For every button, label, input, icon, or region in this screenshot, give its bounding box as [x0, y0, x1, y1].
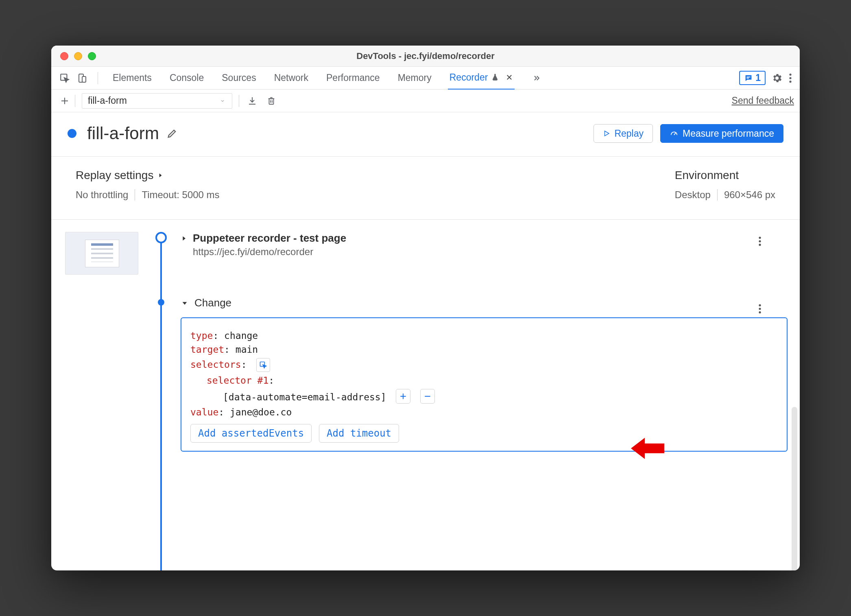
detail-target-val[interactable]: main [236, 344, 258, 355]
svg-point-11 [759, 244, 761, 246]
flask-icon [491, 73, 499, 82]
replay-button[interactable]: Replay [594, 124, 653, 143]
recorder-toolbar: fill-a-form Send feedback [51, 90, 800, 112]
step-url: https://jec.fyi/demo/recorder [193, 246, 788, 258]
more-menu-icon[interactable] [788, 73, 792, 83]
edit-title-button[interactable] [166, 128, 178, 139]
recording-dot-icon [68, 129, 76, 138]
env-device: Desktop [675, 189, 711, 201]
messages-count: 1 [755, 72, 761, 83]
remove-selector-button[interactable] [420, 389, 435, 404]
chevron-down-icon [219, 98, 226, 103]
export-icon[interactable] [242, 96, 263, 106]
detail-value-key: value [190, 407, 218, 417]
divider [239, 95, 239, 107]
svg-point-10 [759, 240, 761, 242]
page-thumbnail[interactable] [65, 232, 138, 275]
tab-recorder-label: Recorder [450, 72, 488, 83]
environment-label: Environment [675, 169, 739, 182]
pick-selector-button[interactable] [256, 358, 270, 372]
titlebar: DevTools - jec.fyi/demo/recorder [51, 46, 800, 67]
tab-network[interactable]: Network [273, 67, 310, 89]
replay-label: Replay [614, 128, 644, 139]
svg-rect-2 [82, 76, 86, 82]
recording-header: fill-a-form Replay Measure performance [51, 112, 800, 157]
new-recording-button[interactable] [57, 93, 72, 109]
env-viewport: 960×546 px [724, 189, 775, 201]
detail-selector-label: selector #1 [207, 375, 268, 386]
step-marker-dot-icon [158, 299, 164, 306]
timeout-value: Timeout: 5000 ms [142, 189, 219, 201]
timeline-rail [153, 232, 169, 570]
tab-elements[interactable]: Elements [111, 67, 153, 89]
detail-type-key: type [190, 330, 213, 341]
delete-icon[interactable] [263, 96, 280, 106]
divider [717, 189, 718, 201]
svg-point-7 [789, 81, 791, 83]
divider [98, 72, 98, 84]
step-marker-ring-icon [155, 232, 167, 243]
svg-point-5 [789, 73, 791, 75]
play-icon [603, 130, 610, 137]
chat-icon [744, 74, 753, 83]
caret-right-icon [181, 234, 187, 242]
divider [75, 95, 75, 107]
recording-title: fill-a-form [87, 124, 159, 143]
caret-right-icon [157, 171, 163, 179]
detail-selector-value[interactable]: [data-automate=email-address] [223, 392, 386, 402]
tab-performance[interactable]: Performance [325, 67, 382, 89]
close-tab-icon[interactable] [506, 74, 513, 81]
device-icon[interactable] [77, 73, 87, 83]
caret-down-icon [181, 300, 189, 306]
tab-sources[interactable]: Sources [220, 67, 257, 89]
recording-select-value: fill-a-form [88, 95, 127, 106]
step-title: Puppeteer recorder - test page [193, 232, 346, 245]
detail-target-key: target [190, 344, 224, 355]
devtools-window: DevTools - jec.fyi/demo/recorder Element… [51, 46, 800, 570]
divider [135, 189, 135, 201]
messages-badge[interactable]: 1 [739, 71, 766, 85]
svg-point-6 [789, 77, 791, 79]
more-tabs-icon[interactable] [525, 74, 548, 82]
gauge-icon [670, 129, 679, 138]
step-navigate[interactable]: Puppeteer recorder - test page [181, 232, 788, 245]
svg-point-12 [759, 304, 761, 306]
svg-point-14 [759, 311, 761, 313]
tab-memory[interactable]: Memory [396, 67, 433, 89]
svg-point-9 [759, 237, 761, 239]
measure-label: Measure performance [683, 128, 774, 139]
tab-recorder[interactable]: Recorder [448, 66, 515, 90]
measure-performance-button[interactable]: Measure performance [660, 124, 783, 143]
recording-select[interactable]: fill-a-form [82, 93, 232, 109]
settings-gear-icon[interactable] [771, 72, 783, 84]
window-title: DevTools - jec.fyi/demo/recorder [51, 51, 800, 61]
step-change-label: Change [194, 297, 231, 309]
step-details-box: type: change target: main selectors: sel… [181, 317, 788, 452]
svg-point-13 [759, 308, 761, 310]
add-timeout-button[interactable]: Add timeout [319, 424, 399, 443]
replay-settings-label: Replay settings [76, 169, 153, 182]
timeline: Puppeteer recorder - test page https://j… [51, 220, 800, 570]
replay-settings-toggle[interactable]: Replay settings [76, 169, 220, 182]
detail-type-val[interactable]: change [224, 330, 258, 341]
add-selector-button[interactable] [396, 389, 410, 404]
inspect-icon[interactable] [59, 73, 70, 83]
send-feedback-link[interactable]: Send feedback [732, 95, 794, 106]
scrollbar[interactable] [792, 407, 797, 570]
tab-console[interactable]: Console [168, 67, 205, 89]
svg-rect-4 [747, 78, 749, 79]
throttling-value: No throttling [76, 189, 128, 201]
svg-rect-8 [269, 98, 274, 104]
step-change[interactable]: Change [181, 297, 788, 309]
step-menu-button[interactable] [757, 234, 763, 248]
devtools-tabstrip: Elements Console Sources Network Perform… [51, 67, 800, 90]
step-menu-button[interactable] [757, 302, 763, 316]
detail-value-val[interactable]: jane@doe.co [230, 407, 292, 417]
svg-rect-3 [747, 76, 751, 77]
annotation-arrow-icon [631, 435, 665, 461]
detail-selectors-key: selectors [190, 359, 241, 370]
settings-row: Replay settings No throttling Timeout: 5… [51, 157, 800, 220]
add-asserted-events-button[interactable]: Add assertedEvents [190, 424, 312, 443]
